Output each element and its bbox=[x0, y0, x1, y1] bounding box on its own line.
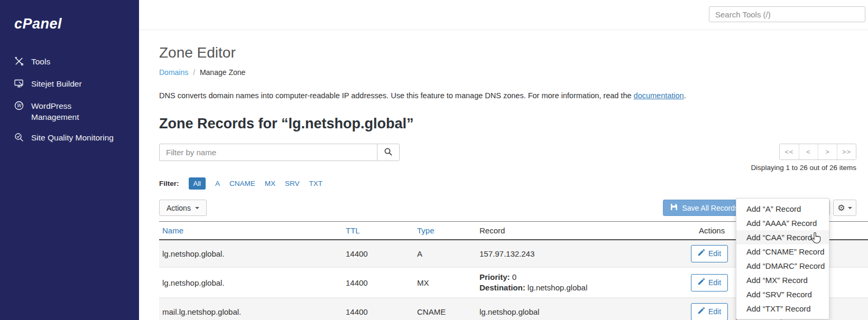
filter-search-button[interactable] bbox=[377, 144, 400, 161]
records-heading: Zone Records for “lg.netshop.global” bbox=[159, 116, 856, 132]
filter-option-srv[interactable]: SRV bbox=[285, 180, 300, 187]
sidebar-item-label: Site Quality Monitoring bbox=[31, 132, 114, 143]
pagination-status: Displaying 1 to 26 out of 26 items bbox=[751, 164, 856, 172]
breadcrumb-separator: / bbox=[193, 68, 195, 77]
menu-item-add-aaaa-record[interactable]: Add “AAAA” Record bbox=[736, 216, 829, 230]
record-ttl: 14400 bbox=[343, 307, 414, 316]
sidebar-item-label: WordPress Management bbox=[31, 100, 116, 123]
save-icon bbox=[670, 203, 678, 212]
column-header-name[interactable]: Name bbox=[159, 226, 343, 235]
search-icon bbox=[384, 148, 392, 157]
edit-button-label: Edit bbox=[708, 307, 721, 316]
tools-icon bbox=[14, 56, 24, 69]
record-type: CNAME bbox=[414, 307, 476, 316]
menu-item-add-cname-record[interactable]: Add “CNAME” Record bbox=[736, 244, 829, 259]
destination-value: lg.netshop.global bbox=[528, 283, 587, 292]
actions-button[interactable]: Actions bbox=[159, 200, 207, 216]
sidebar-item-site-quality-monitoring[interactable]: Site Quality Monitoring bbox=[0, 127, 139, 149]
column-header-type[interactable]: Type bbox=[414, 226, 476, 235]
mouse-cursor-icon bbox=[811, 232, 821, 244]
edit-button[interactable]: Edit bbox=[691, 274, 728, 291]
sidebar-item-wordpress-management[interactable]: W WordPress Management bbox=[0, 96, 139, 127]
menu-item-add-dmarc-record[interactable]: Add “DMARC” Record bbox=[736, 259, 829, 273]
filter-label: Filter: bbox=[159, 180, 179, 187]
sidebar-item-label: Tools bbox=[31, 56, 50, 67]
edit-button-label: Edit bbox=[708, 278, 721, 287]
filter-group bbox=[159, 144, 400, 161]
record-ttl: 14400 bbox=[343, 278, 414, 287]
sidebar-item-tools[interactable]: Tools bbox=[0, 51, 139, 73]
page-description: DNS converts domain names into computer-… bbox=[159, 91, 856, 100]
destination-label: Destination: bbox=[479, 283, 525, 292]
record-name: mail.lg.netshop.global. bbox=[159, 307, 343, 316]
description-text: DNS converts domain names into computer-… bbox=[159, 91, 634, 100]
settings-button[interactable]: ⚙ bbox=[833, 200, 856, 216]
filter-option-all[interactable]: All bbox=[189, 177, 206, 190]
documentation-link[interactable]: documentation bbox=[634, 91, 684, 100]
priority-value: 0 bbox=[512, 272, 516, 281]
breadcrumb-current: Manage Zone bbox=[200, 68, 245, 77]
record-name: lg.netshop.global. bbox=[159, 278, 343, 287]
record-type: A bbox=[414, 249, 476, 258]
site-quality-monitoring-icon bbox=[14, 132, 24, 145]
wordpress-icon: W bbox=[14, 100, 24, 113]
topbar bbox=[139, 0, 868, 30]
priority-label: Priority: bbox=[479, 272, 510, 281]
pagination-block: << < > >> Displaying 1 to 26 out of 26 i… bbox=[751, 144, 856, 172]
filter-option-txt[interactable]: TXT bbox=[309, 180, 323, 187]
filter-row: Filter: All A CNAME MX SRV TXT bbox=[159, 177, 856, 190]
filter-by-name-input[interactable] bbox=[159, 144, 377, 161]
column-header-ttl[interactable]: TTL bbox=[343, 226, 414, 235]
record-ttl: 14400 bbox=[343, 249, 414, 258]
main-area: Zone Editor Domains / Manage Zone DNS co… bbox=[139, 0, 868, 320]
breadcrumb: Domains / Manage Zone bbox=[159, 68, 856, 77]
cpanel-app: cPanel Tools Sitejet Builder W WordPress… bbox=[0, 0, 868, 320]
record-value: lg.netshop.global bbox=[476, 307, 688, 316]
pencil-icon bbox=[698, 278, 705, 287]
add-record-menu: Add “A” Record Add “AAAA” Record Add “CA… bbox=[736, 198, 829, 319]
sidebar-item-sitejet-builder[interactable]: Sitejet Builder bbox=[0, 73, 139, 96]
menu-item-add-srv-record[interactable]: Add “SRV” Record bbox=[736, 287, 829, 302]
menu-item-add-a-record[interactable]: Add “A” Record bbox=[736, 202, 829, 216]
pencil-icon bbox=[698, 249, 705, 258]
column-header-record: Record bbox=[476, 226, 688, 235]
menu-item-add-mx-record[interactable]: Add “MX” Record bbox=[736, 273, 829, 287]
record-value: Priority: 0 Destination: lg.netshop.glob… bbox=[476, 268, 688, 297]
controls-row: << < > >> Displaying 1 to 26 out of 26 i… bbox=[159, 144, 856, 172]
description-period: . bbox=[684, 91, 686, 100]
sidebar: cPanel Tools Sitejet Builder W WordPress… bbox=[0, 0, 139, 320]
sidebar-item-label: Sitejet Builder bbox=[31, 78, 82, 89]
sidebar-nav: Tools Sitejet Builder W WordPress Manage… bbox=[0, 51, 139, 149]
record-name: lg.netshop.global. bbox=[159, 249, 343, 258]
cpanel-logo: cPanel bbox=[14, 16, 139, 32]
save-all-records-label: Save All Records bbox=[682, 204, 738, 212]
record-type: MX bbox=[414, 278, 476, 287]
pagination-next-button[interactable]: > bbox=[818, 144, 837, 159]
save-all-records-button[interactable]: Save All Records bbox=[663, 200, 746, 216]
edit-button[interactable]: Edit bbox=[691, 245, 728, 262]
edit-button-label: Edit bbox=[708, 249, 721, 258]
filter-option-mx[interactable]: MX bbox=[265, 180, 275, 187]
breadcrumb-domains-link[interactable]: Domains bbox=[159, 68, 188, 77]
filter-option-cname[interactable]: CNAME bbox=[229, 180, 255, 187]
pagination-prev-button[interactable]: < bbox=[799, 144, 818, 159]
gear-icon: ⚙ bbox=[837, 204, 845, 212]
page-title: Zone Editor bbox=[159, 44, 856, 61]
chevron-down-icon bbox=[195, 207, 199, 209]
sitejet-builder-icon bbox=[14, 78, 24, 91]
pagination: << < > >> bbox=[779, 144, 856, 160]
chevron-down-icon bbox=[848, 207, 852, 209]
filter-option-a[interactable]: A bbox=[215, 180, 220, 187]
menu-item-add-txt-record[interactable]: Add “TXT” Record bbox=[736, 302, 829, 316]
pagination-last-button[interactable]: >> bbox=[837, 144, 856, 159]
pencil-icon bbox=[698, 307, 705, 316]
svg-text:W: W bbox=[16, 103, 22, 108]
pagination-first-button[interactable]: << bbox=[780, 144, 799, 159]
actions-button-label: Actions bbox=[167, 204, 191, 212]
search-tools-input[interactable] bbox=[709, 6, 865, 22]
record-value: 157.97.132.243 bbox=[476, 249, 688, 258]
edit-button[interactable]: Edit bbox=[691, 303, 728, 320]
